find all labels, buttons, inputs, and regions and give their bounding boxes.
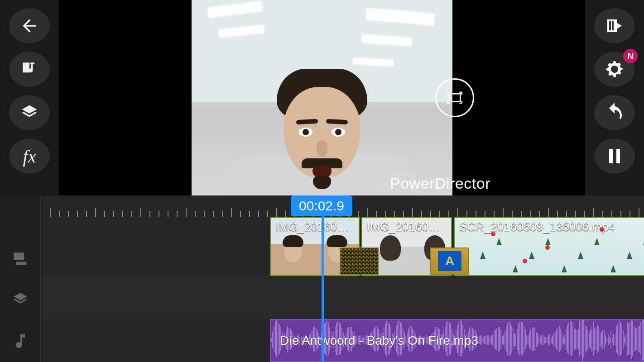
- media-music-icon: [19, 59, 39, 79]
- right-toolbar: N: [585, 0, 644, 195]
- ruler-spacer: [0, 195, 41, 237]
- svg-rect-0: [449, 94, 461, 102]
- layer-track-icon: [11, 291, 29, 309]
- layers-icon: [19, 103, 39, 123]
- export-icon: [604, 15, 625, 37]
- watermark: CyberLink byPowerDirector: [381, 171, 490, 191]
- fx-button[interactable]: fx: [9, 138, 50, 174]
- watermark-brand: PowerDirector: [390, 176, 490, 191]
- media-button[interactable]: [9, 52, 50, 87]
- clip-label: IMG_20160…: [367, 220, 440, 234]
- fullscreen-icon: [445, 90, 464, 105]
- back-button[interactable]: [9, 8, 50, 43]
- video-track[interactable]: IMG_20160… IMG_20160… SCR_20160509_13500…: [41, 217, 644, 276]
- audio-track-icon: [11, 332, 29, 350]
- fullscreen-button[interactable]: [435, 78, 474, 117]
- tracks-area[interactable]: 00:02.9 IMG_20160… IMG_20160… SCR_201605…: [41, 195, 644, 362]
- clip-label: SCR_20160509_135006.mp4: [459, 220, 615, 234]
- settings-button[interactable]: N: [594, 52, 635, 87]
- clip-label: IMG_20160…: [275, 220, 349, 234]
- preview-area: CyberLink byPowerDirector: [59, 0, 585, 195]
- layers-button[interactable]: [9, 95, 50, 130]
- transition-a-label: A: [438, 251, 461, 271]
- playhead-time: 00:02.9: [291, 195, 352, 216]
- undo-icon: [604, 102, 625, 124]
- back-icon: [19, 16, 39, 36]
- video-clip-3[interactable]: SCR_20160509_135006.mp4: [454, 217, 644, 276]
- playhead[interactable]: [322, 195, 324, 362]
- export-button[interactable]: [594, 8, 635, 43]
- video-track-label[interactable]: [0, 237, 41, 279]
- audio-track[interactable]: Die Antwoord - Baby's On Fire.mp3: [41, 319, 644, 362]
- track-labels: [0, 195, 41, 362]
- undo-button[interactable]: [594, 95, 635, 130]
- left-toolbar: fx: [0, 0, 59, 195]
- timeline: 00:02.9 IMG_20160… IMG_20160… SCR_201605…: [0, 195, 644, 362]
- settings-badge: N: [623, 49, 638, 63]
- transition-1[interactable]: [340, 248, 379, 275]
- pause-icon: [604, 145, 625, 167]
- watermark-by: by: [381, 184, 387, 190]
- preview-viewport[interactable]: CyberLink byPowerDirector: [148, 0, 496, 195]
- transition-2[interactable]: A: [430, 248, 469, 275]
- pause-button[interactable]: [594, 138, 635, 174]
- layer-track[interactable]: [41, 276, 644, 319]
- audio-track-label[interactable]: [0, 320, 41, 362]
- fx-icon: fx: [23, 146, 36, 167]
- video-track-icon: [11, 249, 29, 267]
- preview-frame: [192, 0, 452, 195]
- layer-track-label[interactable]: [0, 279, 41, 320]
- audio-clip-label: Die Antwoord - Baby's On Fire.mp3: [280, 333, 478, 348]
- gear-icon: [604, 58, 625, 80]
- audio-clip[interactable]: Die Antwoord - Baby's On Fire.mp3: [270, 319, 644, 362]
